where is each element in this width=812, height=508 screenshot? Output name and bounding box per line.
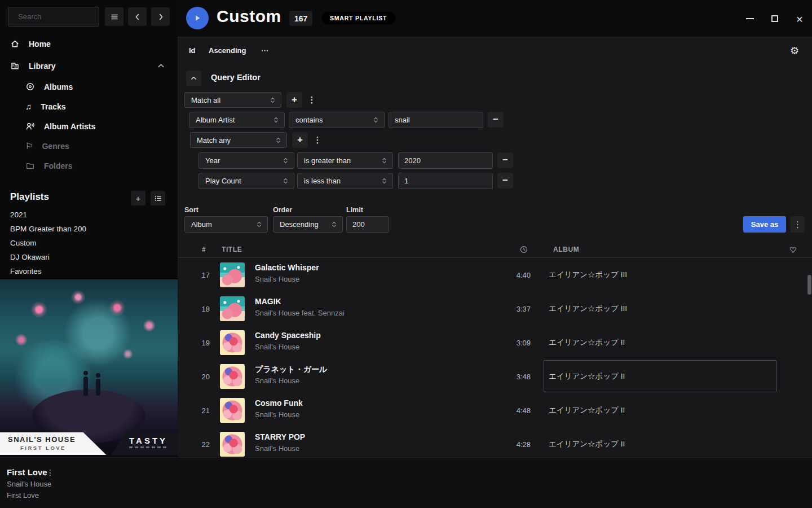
column-title[interactable]: TITLE — [222, 246, 242, 253]
minimize-button[interactable] — [742, 11, 758, 26]
sort-field-button[interactable]: Id — [189, 46, 196, 55]
search-input[interactable] — [18, 12, 117, 21]
sidebar-item-folders[interactable]: Folders — [0, 156, 178, 176]
playlists-header: Playlists + — [0, 191, 178, 205]
track-row[interactable]: 19 Candy Spaceship Snail’s House 3:09 エイ… — [178, 326, 812, 360]
sort-select[interactable]: Album — [184, 216, 268, 233]
now-playing-album-art[interactable]: SNAIL'S HOUSE FIRST LOVE TASTY — [0, 279, 178, 457]
rule-field-select[interactable]: Play Count — [198, 173, 294, 189]
rule-field-select[interactable]: Year — [198, 152, 294, 169]
sidebar-item-label: Album Artists — [44, 122, 95, 131]
settings-gear-icon[interactable]: ⚙ — [790, 45, 799, 57]
track-album[interactable]: エイリアン☆ポップ III — [549, 292, 774, 326]
plus-icon: + — [136, 194, 141, 203]
rule-value-input[interactable] — [398, 173, 493, 189]
playlist-item[interactable]: Custom — [0, 236, 178, 250]
column-index[interactable]: # — [202, 246, 206, 253]
add-group-rule-button[interactable]: + — [292, 132, 308, 148]
play-icon — [193, 14, 201, 22]
album-art-title: FIRST LOVE — [20, 445, 116, 451]
sidebar-item-albums[interactable]: Albums — [0, 77, 178, 97]
track-album[interactable]: エイリアン☆ポップ II — [549, 326, 774, 360]
sidebar-item-library[interactable]: Library — [0, 55, 178, 77]
play-playlist-button[interactable] — [186, 7, 209, 29]
rule-value-input[interactable] — [389, 112, 483, 128]
playlist-list-button[interactable] — [151, 191, 165, 205]
playlist-item[interactable]: 2021 — [0, 208, 178, 222]
library-icon — [10, 61, 20, 71]
sidebar-item-label: Folders — [44, 161, 73, 170]
chevron-up-icon[interactable] — [157, 62, 165, 70]
track-row[interactable]: 17 Galactic Whisper Snail’s House 4:40 エ… — [178, 258, 812, 292]
scrollbar-thumb[interactable] — [807, 275, 811, 295]
add-playlist-button[interactable]: + — [131, 191, 145, 205]
now-playing-menu-button[interactable]: ⋮ — [46, 468, 54, 477]
maximize-button[interactable] — [767, 11, 783, 26]
list-icon — [154, 194, 162, 203]
player-bar: First Love ⋮ Snail’s House First Love 0:… — [0, 457, 812, 508]
rule-operator-select[interactable]: is greater than — [297, 152, 393, 169]
track-duration: 3:09 — [480, 326, 531, 360]
rule-operator-select[interactable]: contains — [289, 112, 385, 128]
sidebar-item-home[interactable]: Home — [0, 33, 178, 55]
root-match-select[interactable]: Match all — [184, 92, 281, 108]
group-menu-button[interactable]: ⋮ — [313, 132, 322, 148]
track-row[interactable]: 18 MAGIK Snail’s House feat. Sennzai 3:3… — [178, 292, 812, 326]
collapse-query-editor-button[interactable] — [186, 71, 201, 86]
minimize-icon — [746, 18, 754, 19]
sidebar-item-tracks[interactable]: ♫ Tracks — [0, 97, 178, 116]
track-title: STARRY POP — [255, 432, 305, 441]
track-album[interactable]: エイリアン☆ポップ II — [549, 427, 774, 461]
track-title: Galactic Whisper — [255, 263, 319, 272]
rule-operator-select[interactable]: is less than — [297, 173, 393, 189]
limit-input[interactable] — [346, 216, 389, 233]
sidebar-item-album-artists[interactable]: Album Artists — [0, 116, 178, 136]
playlist-item[interactable]: Favorites — [0, 264, 178, 278]
sidebar-item-genres[interactable]: ⚐ Genres — [0, 136, 178, 156]
save-menu-button[interactable]: ⋮ — [791, 216, 805, 233]
track-album[interactable]: エイリアン☆ポップ II — [549, 393, 774, 427]
track-count-badge: 167 — [289, 11, 312, 26]
now-playing-artist: Snail’s House — [7, 480, 51, 488]
disc-icon — [25, 82, 35, 91]
track-duration: 4:48 — [480, 393, 531, 427]
rule-group-menu-button[interactable]: ⋮ — [307, 92, 316, 108]
sort-direction-button[interactable]: Ascending — [209, 46, 246, 55]
remove-rule-button[interactable]: − — [497, 173, 513, 189]
search-box[interactable] — [8, 7, 99, 27]
select-caret-icon — [272, 116, 280, 124]
track-row[interactable]: 20 プラネット・ガール Snail’s House 3:48 エイリアン☆ポッ… — [178, 360, 812, 393]
playlist-item[interactable]: BPM Greater than 200 — [0, 222, 178, 236]
forward-button[interactable] — [151, 7, 170, 26]
rule-value-input[interactable] — [398, 152, 493, 169]
order-select[interactable]: Descending — [273, 216, 343, 233]
folder-icon — [25, 161, 35, 170]
playlist-item[interactable]: DJ Okawari — [0, 250, 178, 264]
sidebar-item-label: Library — [29, 62, 55, 71]
home-icon — [10, 39, 20, 49]
track-cover-art — [220, 364, 245, 389]
menu-button[interactable] — [105, 7, 123, 26]
album-art-label: TASTY — [129, 436, 178, 445]
remove-rule-button[interactable]: − — [488, 112, 504, 128]
track-row[interactable]: 22 STARRY POP Snail’s House 4:28 エイリアン☆ポ… — [178, 427, 812, 461]
duration-clock-icon[interactable] — [519, 245, 528, 254]
add-rule-button[interactable]: + — [286, 92, 302, 108]
track-duration: 4:40 — [480, 258, 531, 292]
track-album[interactable]: エイリアン☆ポップ III — [549, 258, 774, 292]
column-album[interactable]: ALBUM — [553, 246, 579, 253]
close-button[interactable]: × — [792, 11, 807, 26]
group-match-select[interactable]: Match any — [190, 132, 287, 148]
track-cover-art — [220, 398, 245, 423]
save-as-button[interactable]: Save as — [743, 216, 786, 233]
track-cover-art — [220, 330, 245, 355]
select-caret-icon — [282, 177, 289, 185]
favorite-heart-icon[interactable]: ♡ — [789, 246, 797, 255]
music-note-icon: ♫ — [25, 102, 32, 111]
rule-field-select[interactable]: Album Artist — [189, 112, 285, 128]
back-button[interactable] — [128, 7, 147, 26]
more-options-button[interactable]: ⋯ — [261, 46, 268, 55]
remove-rule-button[interactable]: − — [497, 152, 513, 168]
track-artist: Snail’s House — [255, 376, 299, 385]
track-row[interactable]: 21 Cosmo Funk Snail’s House 4:48 エイリアン☆ポ… — [178, 393, 812, 427]
